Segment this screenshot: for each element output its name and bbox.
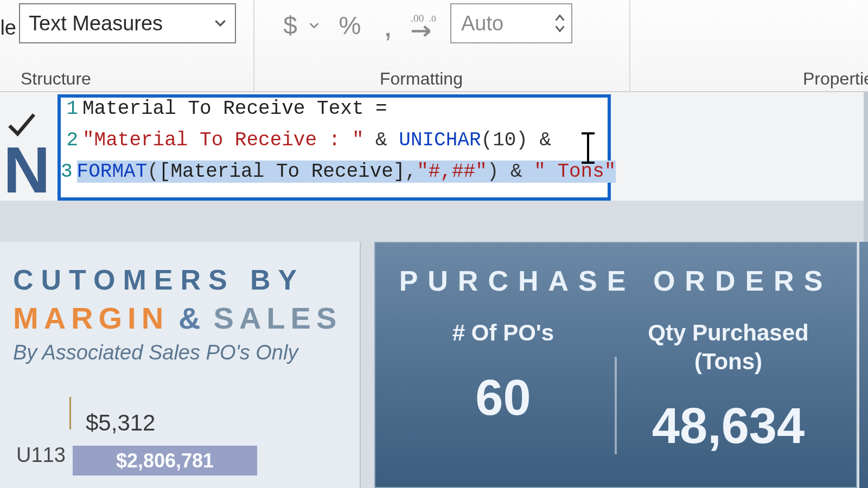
- formula-line-3[interactable]: FORMAT([Material To Receive],"#,##") & "…: [77, 160, 616, 183]
- decimal-places-value: Auto: [461, 12, 503, 35]
- svg-text:.0: .0: [429, 13, 436, 24]
- ribbon-group-label-structure: Structure: [21, 69, 91, 89]
- ribbon-group-label-formatting: Formatting: [380, 69, 463, 89]
- canvas-background-letter: N: [3, 132, 63, 207]
- currency-format-dropdown[interactable]: [307, 7, 322, 44]
- card-purchase-orders[interactable]: PURCHASE ORDERS # Of PO's 60 Qty Purchas…: [374, 242, 857, 488]
- kpi-column-po-count: # Of PO's 60: [392, 319, 615, 481]
- chevron-down-icon: [213, 12, 227, 35]
- card-title-margin: MARGIN: [13, 300, 169, 336]
- ribbon-group-divider: [629, 0, 630, 92]
- home-table-dropdown[interactable]: Text Measures: [19, 3, 236, 43]
- bar-row-label: U113: [16, 444, 66, 467]
- ribbon-group-label-properties: Propertie: [803, 69, 868, 89]
- card-edge-peek: [859, 242, 868, 488]
- ribbon-toolbar: le Text Measures Structure Formatting Pr…: [0, 0, 868, 92]
- kpi-value: 60: [475, 369, 531, 426]
- text-cursor-icon: [587, 133, 589, 163]
- card-subtitle: By Associated Sales PO's Only: [13, 341, 347, 364]
- spinner-icon[interactable]: [554, 14, 566, 33]
- decrease-decimal-button[interactable]: .00 .0: [404, 7, 442, 44]
- percent-format-button[interactable]: %: [334, 7, 366, 44]
- bar-value-small: $5,312: [86, 410, 155, 436]
- kpi-header: Qty Purchased (Tons): [648, 319, 808, 376]
- kpi-header: # Of PO's: [452, 319, 554, 348]
- line-number: 3: [61, 160, 77, 183]
- bar-chart-area: $5,312 U113 $2,806,781: [13, 397, 347, 473]
- line-number: 2: [61, 129, 82, 151]
- bar-segment: $2,806,781: [73, 446, 257, 476]
- formula-line-2[interactable]: "Material To Receive : " & UNICHAR(10) &: [82, 129, 551, 151]
- home-table-value: Text Measures: [29, 12, 163, 35]
- card-customers-by-margin[interactable]: CUTOMERS BY MARGIN & SALES By Associated…: [0, 242, 361, 488]
- formula-bar[interactable]: 1 Material To Receive Text = 2 "Material…: [58, 94, 611, 201]
- home-table-label-fragment: le: [0, 16, 16, 40]
- chart-axis-tick: [69, 397, 71, 429]
- svg-text:.00: .00: [411, 12, 424, 24]
- currency-format-button[interactable]: $: [277, 7, 304, 44]
- card-title-ampersand: &: [178, 300, 203, 336]
- thousands-separator-button[interactable]: ,: [377, 7, 399, 44]
- card-title-sales: SALES: [214, 300, 342, 336]
- decimal-places-input[interactable]: Auto: [450, 3, 572, 43]
- kpi-column-qty: Qty Purchased (Tons) 48,634: [617, 319, 840, 481]
- card-title: PURCHASE ORDERS: [392, 265, 840, 297]
- bar-value-large: $2,806,781: [116, 450, 214, 472]
- formula-line-1[interactable]: Material To Receive Text =: [82, 98, 387, 120]
- line-number: 1: [61, 98, 82, 120]
- card-title-line1: CUTOMERS BY: [13, 264, 304, 296]
- ribbon-group-divider: [253, 0, 254, 92]
- kpi-value: 48,634: [652, 397, 805, 454]
